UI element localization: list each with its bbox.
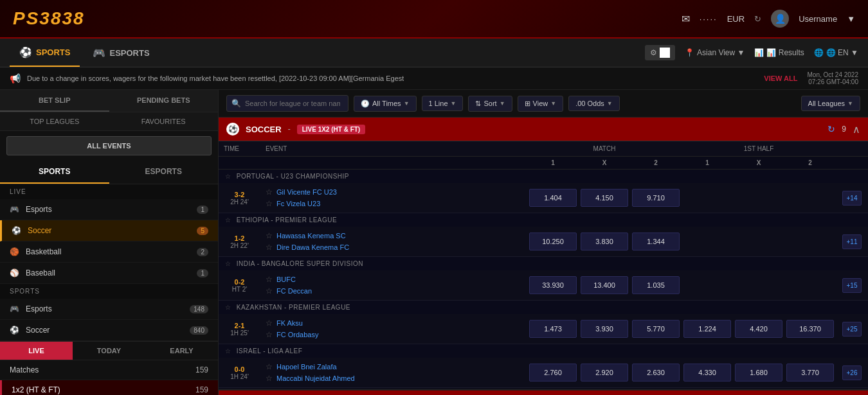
odds-btn-3-3[interactable]: 1.035 (632, 276, 680, 294)
live-basketball-label: Basketball (26, 247, 61, 256)
dropdown-arrow[interactable]: ▼ (847, 14, 855, 24)
language-btn[interactable]: 🌐 🌐 EN ▼ (814, 48, 858, 57)
currency-label[interactable]: EUR (727, 14, 745, 24)
mail-icon[interactable]: ✉ (682, 13, 690, 25)
odds-btn-2-3[interactable]: 1.344 (632, 233, 680, 250)
search-input[interactable] (226, 95, 348, 112)
sports-soccer-item[interactable]: ⚽ Soccer 840 (0, 320, 218, 341)
odds-btn-1-2[interactable]: 4.150 (581, 189, 628, 207)
team-fav-5a[interactable]: ☆ (266, 362, 273, 371)
odds-btn-2-2[interactable]: 3.830 (581, 233, 628, 250)
nav-item-esports[interactable]: 🎮 ESPORTS (83, 39, 159, 67)
league-row-4: ☆ KAZAKHSTAN - PREMIER LEAGUE (219, 301, 868, 315)
odds-btn-5-5[interactable]: 1.680 (735, 364, 782, 382)
matches-item[interactable]: Matches 159 (0, 360, 218, 380)
team-name-1b[interactable]: Fc Vizela U23 (276, 200, 320, 207)
league-star-2[interactable]: ☆ (225, 216, 231, 224)
1st-half-group-header: 1ST HALF (682, 141, 836, 157)
more-btn-4[interactable]: +25 (842, 322, 862, 337)
team-name-4b[interactable]: FC Ordabasy (276, 331, 318, 338)
team-name-2b[interactable]: Dire Dawa Kenema FC (276, 243, 349, 251)
sports-esports-item[interactable]: 🎮 Esports 148 (0, 299, 218, 320)
time-cell-5: 0-0 1H 24' (219, 358, 260, 388)
odds-btn-4-4[interactable]: 1.224 (683, 320, 731, 338)
sidebar-top-tabs: BET SLIP PENDING BETS (0, 90, 218, 112)
favourites-tab[interactable]: FAVOURITES (109, 112, 219, 130)
odds-btn-5-2[interactable]: 2.920 (581, 364, 628, 382)
team-name-1a[interactable]: Gil Vicente FC U23 (276, 188, 337, 196)
odds-btn-4-2[interactable]: 3.930 (581, 320, 628, 338)
odds-btn-3-1[interactable]: 33.930 (529, 276, 577, 294)
team-fav-2a[interactable]: ☆ (266, 231, 273, 240)
team-fav-5b[interactable]: ☆ (266, 374, 273, 383)
team-fav-1b[interactable]: ☆ (266, 199, 273, 208)
team-fav-3a[interactable]: ☆ (266, 275, 273, 284)
odds-btn-4-1[interactable]: 1.473 (529, 320, 577, 338)
odds-btn-3-2[interactable]: 13.400 (581, 276, 628, 294)
sidebar-esports-tab[interactable]: ESPORTS (109, 161, 219, 184)
team-fav-4b[interactable]: ☆ (266, 330, 273, 339)
odds-btn-5-3[interactable]: 2.630 (632, 364, 680, 382)
team-name-5a[interactable]: Hapoel Bnei Zalafa (276, 363, 337, 371)
top-leagues-tab[interactable]: TOP LEAGUES (0, 112, 109, 130)
sort-btn[interactable]: ⇅ Sort ▼ (468, 96, 512, 112)
all-events-btn[interactable]: ALL EVENTS (6, 136, 212, 155)
odds-btn-5-4[interactable]: 4.330 (683, 364, 731, 382)
view-btn[interactable]: ⊞ View ▼ (518, 96, 564, 112)
soccer-live-table: TIME EVENT MATCH 1ST HALF 1 X 2 1 X 2 (219, 141, 868, 388)
league-star-5[interactable]: ☆ (225, 347, 231, 355)
1x2-item[interactable]: 1x2 (HT & FT) 159 (0, 380, 218, 395)
team-fav-4a[interactable]: ☆ (266, 319, 273, 328)
settings-btn[interactable]: ⚙ (645, 45, 675, 60)
team-fav-1a[interactable]: ☆ (266, 188, 273, 197)
view-all-btn[interactable]: VIEW ALL (764, 75, 797, 82)
team-name-2a[interactable]: Hawassa Kenema SC (276, 232, 346, 240)
live-baseball-item[interactable]: ⚾ Baseball 1 (0, 263, 218, 284)
view-icon: ⊞ (525, 100, 530, 108)
odds-btn-4-5[interactable]: 4.420 (735, 320, 782, 338)
odds-btn-1-1[interactable]: 1.404 (529, 189, 577, 207)
live-tab[interactable]: LIVE (0, 342, 73, 360)
username[interactable]: Username (799, 14, 837, 24)
line-btn[interactable]: 1 Line ▼ (422, 96, 464, 111)
live-soccer-item[interactable]: ⚽ Soccer 5 (0, 220, 218, 241)
line-label: 1 Line (429, 100, 448, 107)
live-basketball-item[interactable]: 🏀 Basketball 2 (0, 241, 218, 263)
team-name-4a[interactable]: FK Aksu (276, 319, 303, 327)
odds-btn-5-6[interactable]: 3.770 (786, 364, 834, 382)
odds-btn-2-1[interactable]: 10.250 (529, 233, 577, 250)
odds-btn[interactable]: .00 Odds ▼ (568, 96, 620, 111)
team-name-5b[interactable]: Maccabi Nujeidat Ahmed (276, 374, 355, 382)
more-btn-3[interactable]: +15 (842, 278, 862, 293)
team-name-3b[interactable]: FC Deccan (276, 287, 312, 295)
results-btn[interactable]: 📊 📊 Results (754, 48, 804, 57)
refresh-icon[interactable]: ↻ (827, 124, 835, 134)
more-btn-2[interactable]: +11 (842, 234, 862, 249)
odds-btn-4-3[interactable]: 5.770 (632, 320, 680, 338)
league-star-4[interactable]: ☆ (225, 304, 231, 311)
odds-btn-4-6[interactable]: 16.370 (786, 320, 834, 338)
logo[interactable]: PS3838 (13, 8, 85, 29)
bet-slip-tab[interactable]: BET SLIP (0, 90, 109, 112)
all-leagues-btn[interactable]: All Leagues ▼ (801, 96, 860, 111)
team-name-3a[interactable]: BUFC (276, 276, 296, 283)
all-times-btn[interactable]: 🕐 All Times ▼ (354, 96, 417, 112)
nav-item-sports[interactable]: ⚽ SPORTS (10, 39, 80, 67)
today-tab[interactable]: TODAY (73, 342, 145, 360)
early-tab[interactable]: EARLY (145, 342, 218, 360)
user-icon[interactable]: 👤 (771, 10, 789, 28)
sidebar-sports-tab[interactable]: SPORTS (0, 161, 109, 184)
more-btn-5[interactable]: +26 (842, 365, 862, 380)
asian-view-btn[interactable]: 📍 Asian View ▼ (685, 48, 745, 57)
team-fav-2b[interactable]: ☆ (266, 243, 273, 252)
team-fav-3b[interactable]: ☆ (266, 286, 273, 295)
odds-btn-1-3[interactable]: 9.710 (632, 189, 680, 207)
league-star-3[interactable]: ☆ (225, 260, 231, 267)
odds-btn-5-1[interactable]: 2.760 (529, 364, 577, 382)
live-esports-item[interactable]: 🎮 Esports 1 (0, 199, 218, 220)
pending-bets-tab[interactable]: PENDING BETS (109, 90, 219, 112)
view-arrow: ▼ (550, 100, 556, 107)
league-star-1[interactable]: ☆ (225, 173, 231, 180)
more-btn-1[interactable]: +14 (842, 191, 862, 206)
collapse-icon[interactable]: ∧ (853, 123, 860, 136)
